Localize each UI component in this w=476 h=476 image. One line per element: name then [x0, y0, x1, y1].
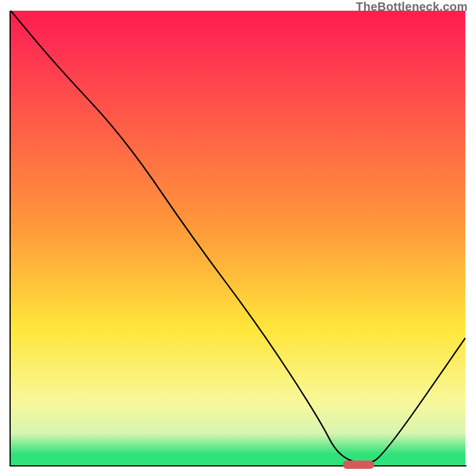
optimum-marker	[343, 461, 374, 469]
x-axis	[10, 465, 466, 466]
bottleneck-curve-path	[11, 11, 465, 463]
bottleneck-curve-svg	[11, 11, 465, 465]
bottleneck-chart: TheBottleneck.com	[0, 0, 476, 476]
